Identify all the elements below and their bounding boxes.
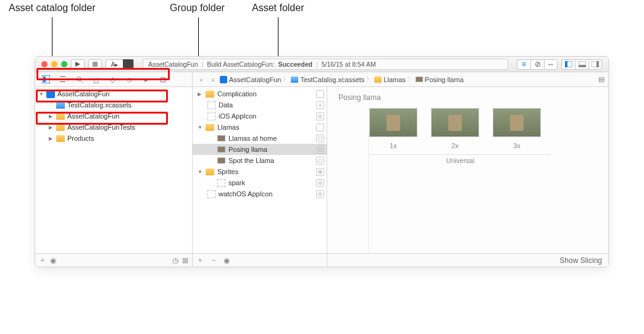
list-item[interactable]: Llamas at home▢ xyxy=(193,133,327,144)
editor-assistant-button[interactable]: ⊘ xyxy=(530,59,544,70)
remove-button[interactable]: － xyxy=(210,255,217,265)
image-icon xyxy=(217,135,225,141)
project-navigator-tab[interactable] xyxy=(38,72,54,87)
issue-navigator-tab[interactable]: △ xyxy=(88,72,104,87)
svg-rect-3 xyxy=(565,61,567,67)
scheme-device[interactable] xyxy=(123,59,134,70)
debug-navigator-tab[interactable]: ⎋ xyxy=(121,72,138,87)
filter-scm-icon[interactable]: ⊠ xyxy=(182,256,188,265)
status-time: 5/16/15 at 8:54 AM xyxy=(322,61,376,68)
forward-button[interactable]: › xyxy=(208,75,218,85)
toggle-debug-button[interactable] xyxy=(575,59,588,70)
breadcrumb-catalog[interactable]: TestCatalog.xcassets xyxy=(291,76,364,83)
outline-filter-bar: ＋ － ◉ xyxy=(193,253,327,267)
report-navigator-tab[interactable]: ⊟ xyxy=(154,72,171,87)
find-navigator-tab[interactable] xyxy=(71,72,88,87)
minimize-window-button[interactable] xyxy=(51,61,57,67)
test-navigator-tab[interactable]: ◇ xyxy=(104,72,121,87)
tree-item[interactable]: ▶ AssetCatalogFunTests xyxy=(35,122,192,133)
disclosure-triangle[interactable]: ▼ xyxy=(198,169,203,175)
project-navigator-tree[interactable]: ▼ AssetCatalogFun TestCatalog.xcassets ▶… xyxy=(35,87,192,253)
appicon-icon xyxy=(207,112,215,120)
tree-item[interactable]: ▶ Products xyxy=(35,133,192,144)
toggle-utilities-button[interactable] xyxy=(588,59,602,70)
zoom-window-button[interactable] xyxy=(61,61,67,67)
filter-icon[interactable]: ◉ xyxy=(224,256,230,265)
svg-line-11 xyxy=(81,81,83,83)
list-item-selected[interactable]: Posing llama▢ xyxy=(193,144,327,155)
type-glyph: ◎ xyxy=(316,190,324,198)
item-label: Complication xyxy=(217,90,257,98)
chevron-right-icon: 〉 xyxy=(283,75,289,84)
stop-button[interactable] xyxy=(88,59,102,70)
related-items-button[interactable]: ▤ xyxy=(598,75,604,83)
project-root[interactable]: ▼ AssetCatalogFun xyxy=(35,88,192,99)
tree-item-catalog[interactable]: TestCatalog.xcassets xyxy=(35,99,192,111)
filter-clock-icon[interactable]: ◷ xyxy=(172,256,178,265)
image-thumbnail xyxy=(369,108,417,137)
editor-standard-button[interactable]: ≡ xyxy=(517,59,530,70)
asset-canvas[interactable]: Posing llama 1x 2x 3x Universal xyxy=(327,87,608,253)
breadcrumb-project[interactable]: AssetCatalogFun xyxy=(220,76,281,83)
breakpoint-navigator-tab[interactable]: ▸ xyxy=(138,72,154,87)
list-item[interactable]: Spot the Llama▢ xyxy=(193,155,327,166)
type-glyph: ◎ xyxy=(316,112,324,120)
list-item[interactable]: iOS AppIcon◎ xyxy=(193,111,327,122)
list-item[interactable]: spark◎ xyxy=(193,177,327,188)
image-icon xyxy=(416,77,423,82)
crumb-label: Llamas xyxy=(383,76,405,83)
tree-item[interactable]: ▶ AssetCatalogFun xyxy=(35,111,192,122)
folder-icon xyxy=(56,102,65,109)
breadcrumb-asset[interactable]: Posing llama xyxy=(416,76,464,83)
asset-outline-list[interactable]: ▶Complication Data≡ iOS AppIcon◎ ▼Llamas… xyxy=(193,87,327,253)
asset-editor-pane: Posing llama 1x 2x 3x Universal Show Sli… xyxy=(327,72,608,267)
canvas-left-divider xyxy=(369,130,369,253)
tree-label: AssetCatalogFun xyxy=(67,112,119,120)
disclosure-triangle[interactable]: ▶ xyxy=(49,114,54,119)
window-traffic-lights xyxy=(41,61,67,67)
list-item[interactable]: Data≡ xyxy=(193,99,327,111)
disclosure-triangle[interactable]: ▶ xyxy=(198,91,203,97)
disclosure-triangle[interactable]: ▶ xyxy=(49,125,54,130)
image-well-1x[interactable]: 1x xyxy=(369,108,417,149)
type-glyph: ▢ xyxy=(316,135,324,143)
jump-bar[interactable]: ‹ › AssetCatalogFun 〉 TestCatalog.xcasse… xyxy=(193,72,608,87)
project-icon xyxy=(220,76,227,83)
content-area: ☰ △ ◇ ⎋ ▸ ⊟ ▼ AssetCatalogFun TestCatalo… xyxy=(35,72,608,267)
list-item-group[interactable]: ▼Sprites⊞ xyxy=(193,166,327,177)
appicon-icon xyxy=(207,190,215,198)
svg-rect-7 xyxy=(596,61,599,67)
run-button[interactable] xyxy=(71,59,85,70)
type-glyph: ◎ xyxy=(316,179,324,187)
show-slicing-button[interactable]: Show Slicing xyxy=(559,256,602,265)
breadcrumb-group[interactable]: Llamas xyxy=(374,76,405,83)
list-item[interactable]: watchOS AppIcon◎ xyxy=(193,188,327,199)
image-well-3x[interactable]: 3x xyxy=(493,108,541,149)
filter-recent-icon[interactable]: ◉ xyxy=(50,256,56,265)
add-button[interactable]: ＋ xyxy=(196,255,204,265)
scheme-target[interactable]: A▸ xyxy=(106,59,123,70)
close-window-button[interactable] xyxy=(41,61,48,67)
crumb-label: TestCatalog.xcassets xyxy=(300,76,364,83)
item-label: Spot the Llama xyxy=(228,157,274,164)
disclosure-triangle[interactable]: ▼ xyxy=(39,91,44,97)
add-button[interactable]: ＋ xyxy=(39,255,46,265)
scheme-selector[interactable]: A▸ xyxy=(106,59,134,70)
tree-label: TestCatalog.xcassets xyxy=(67,101,132,109)
image-thumbnail xyxy=(431,108,479,137)
editor-version-button[interactable]: ↔ xyxy=(544,59,558,70)
well-label: 3x xyxy=(513,142,521,149)
image-well-2x[interactable]: 2x xyxy=(431,108,479,149)
symbol-navigator-tab[interactable]: ☰ xyxy=(54,72,71,87)
project-icon xyxy=(46,90,55,98)
folder-icon xyxy=(56,113,65,120)
asset-outline-pane: ▶Complication Data≡ iOS AppIcon◎ ▼Llamas… xyxy=(193,72,327,267)
disclosure-triangle[interactable]: ▶ xyxy=(49,136,54,141)
back-button[interactable]: ‹ xyxy=(196,75,206,85)
disclosure-triangle[interactable]: ▼ xyxy=(198,125,203,130)
list-item-group[interactable]: ▼Llamas xyxy=(193,122,327,133)
type-glyph xyxy=(316,90,324,98)
toggle-navigator-button[interactable] xyxy=(561,59,575,70)
tree-label: AssetCatalogFunTests xyxy=(67,123,135,131)
list-item[interactable]: ▶Complication xyxy=(193,88,327,99)
